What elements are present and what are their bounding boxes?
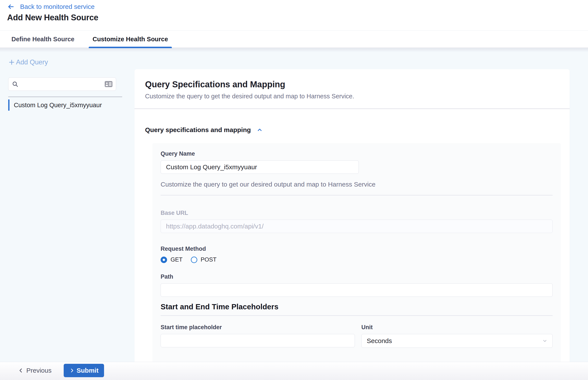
unit-label: Unit bbox=[361, 323, 553, 331]
query-name-label: Query Name bbox=[161, 150, 553, 157]
query-name-input[interactable] bbox=[161, 160, 359, 174]
query-item-label: Custom Log Query_i5xmyyuaur bbox=[14, 102, 102, 109]
path-label: Path bbox=[161, 273, 553, 280]
base-url-label: Base URL bbox=[161, 209, 553, 217]
radio-get[interactable]: GET bbox=[161, 256, 183, 263]
tab-label: Define Health Source bbox=[11, 36, 74, 43]
footer-bar: Previous Submit bbox=[0, 362, 588, 380]
add-query-button[interactable]: Add Query bbox=[8, 58, 48, 66]
form-divider bbox=[161, 195, 553, 195]
query-spec-card: Query Specifications and Mapping Customi… bbox=[135, 69, 570, 380]
previous-label: Previous bbox=[26, 367, 52, 374]
contact-card-icon bbox=[105, 81, 112, 87]
card-title: Query Specifications and Mapping bbox=[145, 79, 559, 89]
radio-post[interactable]: POST bbox=[191, 256, 217, 263]
card-subtitle: Customize the query to get the desired o… bbox=[145, 93, 559, 100]
request-method-radio-group: GET POST bbox=[161, 256, 553, 263]
query-search-box bbox=[8, 77, 116, 91]
time-placeholders-heading: Start and End Time Placeholders bbox=[161, 303, 553, 311]
path-input[interactable] bbox=[161, 283, 553, 297]
previous-button[interactable]: Previous bbox=[18, 367, 52, 374]
chevron-left-icon bbox=[18, 367, 24, 374]
back-link-label: Back to monitored service bbox=[20, 3, 95, 10]
start-time-label: Start time placeholder bbox=[161, 323, 355, 331]
back-link[interactable]: Back to monitored service bbox=[7, 3, 95, 10]
radio-selected-icon bbox=[161, 257, 167, 263]
submit-label: Submit bbox=[77, 367, 99, 374]
tab-define-health-source[interactable]: Define Health Source bbox=[8, 31, 78, 48]
collapse-section-button[interactable] bbox=[257, 127, 263, 133]
unit-select[interactable]: Seconds bbox=[361, 334, 553, 348]
radio-unselected-icon bbox=[191, 257, 197, 263]
search-icon bbox=[12, 81, 18, 87]
card-header: Query Specifications and Mapping Customi… bbox=[135, 69, 570, 100]
tab-customize-health-source[interactable]: Customize Health Source bbox=[89, 31, 172, 48]
unit-select-value: Seconds bbox=[367, 337, 392, 344]
submit-button[interactable]: Submit bbox=[64, 364, 104, 377]
section-heading-row: Query specifications and mapping bbox=[145, 126, 570, 133]
tab-label: Customize Health Source bbox=[93, 36, 168, 43]
add-query-label: Add Query bbox=[16, 58, 48, 66]
query-list-item[interactable]: Custom Log Query_i5xmyyuaur bbox=[8, 99, 126, 111]
unit-column: Unit Seconds bbox=[361, 323, 553, 348]
radio-post-label: POST bbox=[201, 256, 217, 263]
sidebar-divider bbox=[8, 97, 122, 97]
card-header-divider bbox=[135, 109, 570, 109]
time-section-divider bbox=[161, 315, 553, 316]
start-time-input[interactable] bbox=[161, 334, 355, 347]
page-title: Add New Health Source bbox=[7, 13, 98, 22]
query-search-input[interactable] bbox=[21, 81, 102, 88]
time-placeholder-row: Start time placeholder Unit Seconds bbox=[161, 323, 553, 348]
chevron-down-icon bbox=[542, 338, 548, 344]
selected-indicator-bar bbox=[8, 99, 10, 111]
base-url-input[interactable] bbox=[161, 220, 553, 233]
radio-get-label: GET bbox=[171, 256, 183, 263]
chevron-up-icon bbox=[257, 127, 263, 133]
query-name-helper: Customize the query to get our desired o… bbox=[161, 181, 553, 188]
request-method-label: Request Method bbox=[161, 245, 553, 252]
tabbar-shadow bbox=[0, 49, 588, 52]
query-form-panel: Query Name Customize the query to get ou… bbox=[152, 143, 561, 380]
chevron-right-icon bbox=[69, 367, 74, 374]
section-title: Query specifications and mapping bbox=[145, 126, 251, 133]
arrow-left-icon bbox=[7, 3, 15, 10]
tab-bar: Define Health Source Customize Health So… bbox=[0, 31, 588, 48]
plus-icon bbox=[8, 59, 15, 66]
page-header: Back to monitored service Add New Health… bbox=[0, 0, 588, 31]
active-tab-underline bbox=[89, 47, 172, 48]
start-time-column: Start time placeholder bbox=[161, 323, 355, 348]
